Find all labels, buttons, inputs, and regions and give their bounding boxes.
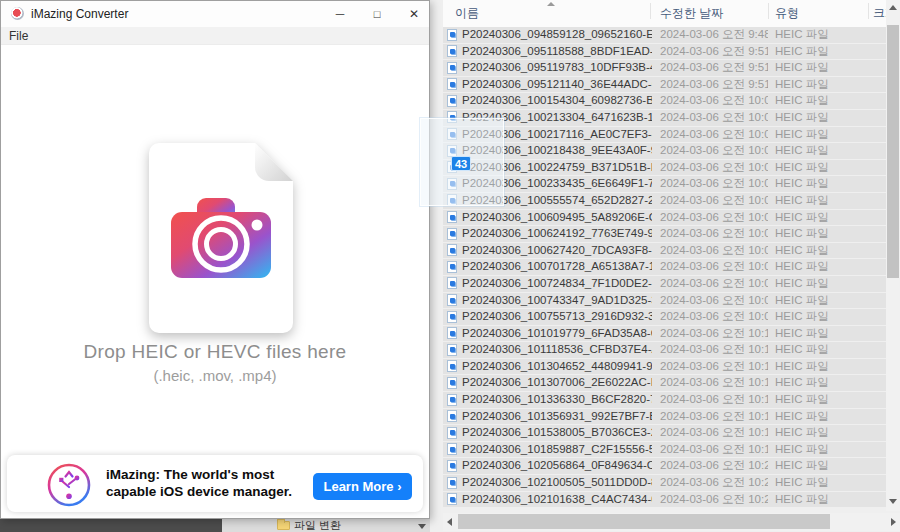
file-row[interactable]: P20240306_102100505_5011DD0D-80... 2024-… [443, 475, 886, 491]
imazing-converter-window: iMazing Converter ─ □ ✕ File [0, 0, 430, 519]
file-row[interactable]: P20240306_102101638_C4AC7434-0B... 2024-… [443, 492, 886, 508]
file-row[interactable]: P20240306_101859887_C2F15556-55... 2024-… [443, 442, 886, 458]
file-type: HEIC 파일 [775, 293, 870, 309]
heic-file-icon [447, 244, 457, 256]
file-name: P20240306_101118536_CFBD37E4-A4... [462, 342, 652, 358]
file-date-modified: 2024-03-06 오전 10:06 [660, 243, 768, 259]
file-date-modified: 2024-03-06 오전 10:11 [660, 342, 768, 358]
file-row[interactable]: P20240306_100624192_7763E749-974... 2024… [443, 226, 886, 242]
file-type: HEIC 파일 [775, 93, 870, 109]
tree-scroll-down-icon[interactable] [418, 524, 426, 529]
drop-zone[interactable]: Drop HEIC or HEVC files here (.heic, .mo… [1, 45, 429, 450]
file-row[interactable]: P20240306_101118536_CFBD37E4-A4... 2024-… [443, 342, 886, 358]
file-type: HEIC 파일 [775, 60, 870, 76]
file-row[interactable]: P20240306_100743347_9AD1D325-3A... 2024-… [443, 293, 886, 309]
file-date-modified: 2024-03-06 오전 10:13 [660, 375, 768, 391]
tree-item-file-conversion[interactable]: 파일 변환 [294, 519, 341, 532]
file-row[interactable]: P20240306_100701728_A65138A7-18... 2024-… [443, 259, 886, 275]
file-row[interactable]: P20240306_101336330_B6CF2820-7D... 2024-… [443, 392, 886, 408]
file-date-modified: 2024-03-06 오전 10:02 [660, 176, 768, 192]
file-name: P20240306_100627420_7DCA93F8-B8... [462, 243, 652, 259]
column-header-type[interactable]: 유형 [775, 5, 799, 22]
file-row[interactable]: P20240306_101538005_B7036CE3-27... 2024-… [443, 425, 886, 441]
column-divider[interactable] [768, 3, 769, 19]
file-date-modified: 2024-03-06 오전 9:51 [660, 77, 768, 93]
menu-file[interactable]: File [9, 29, 28, 43]
file-row[interactable]: P20240306_100627420_7DCA93F8-B8... 2024-… [443, 243, 886, 259]
file-date-modified: 2024-03-06 오전 10:10 [660, 326, 768, 342]
file-type: HEIC 파일 [775, 110, 870, 126]
file-date-modified: 2024-03-06 오전 10:02 [660, 160, 768, 176]
file-row[interactable]: P20240306_100555574_652D2827-25... 2024-… [443, 193, 886, 209]
file-date-modified: 2024-03-06 오전 10:07 [660, 259, 768, 275]
heic-file-icon [447, 493, 457, 505]
folder-icon [277, 521, 290, 530]
column-header-size[interactable]: 크기 [873, 5, 886, 22]
file-row[interactable]: P20240306_100217116_AE0C7EF3-893... 2024… [443, 127, 886, 143]
file-row[interactable]: P20240306_100233435_6E6649F1-7E3... 2024… [443, 176, 886, 192]
minimize-button[interactable]: ─ [325, 1, 355, 27]
file-date-modified: 2024-03-06 오전 9:51 [660, 44, 768, 60]
file-list: P20240306_094859128_09652160-EB5... 2024… [443, 27, 886, 508]
promo-headline: iMazing: The world's most capable iOS de… [106, 466, 292, 500]
file-type: HEIC 파일 [775, 27, 870, 43]
close-button[interactable]: ✕ [399, 1, 429, 27]
file-row[interactable]: P20240306_100224759_B371D51B-B5... 2024-… [443, 160, 886, 176]
file-type: HEIC 파일 [775, 143, 870, 159]
imazing-logo-icon [47, 463, 91, 507]
file-date-modified: 2024-03-06 오전 10:06 [660, 226, 768, 242]
column-header-name[interactable]: 이름 [455, 5, 479, 22]
file-row[interactable]: P20240306_100213304_6471623B-1C... 2024-… [443, 110, 886, 126]
vertical-scrollbar[interactable] [886, 0, 900, 511]
scroll-right-icon[interactable] [891, 518, 896, 526]
file-date-modified: 2024-03-06 오전 10:13 [660, 392, 768, 408]
file-name: P20240306_100609495_5A89206E-CC... [462, 210, 652, 226]
file-type: HEIC 파일 [775, 309, 870, 325]
vertical-scrollbar-thumb[interactable] [887, 25, 899, 278]
heic-file-icon [447, 377, 457, 389]
file-row[interactable]: P20240306_100154304_60982736-BA... 2024-… [443, 93, 886, 109]
learn-more-button[interactable]: Learn More › [313, 473, 412, 500]
scroll-down-icon[interactable] [889, 499, 897, 504]
file-type: HEIC 파일 [775, 77, 870, 93]
file-row[interactable]: P20240306_095118588_8BDF1EAD-8F... 2024-… [443, 44, 886, 60]
file-row[interactable]: P20240306_101304652_44809941-9B... 2024-… [443, 359, 886, 375]
file-name: P20240306_101859887_C2F15556-55... [462, 442, 652, 458]
file-row[interactable]: P20240306_102056864_0F849634-C6E... 2024… [443, 458, 886, 474]
screen: 이름 수정한 날짜 유형 크기 P20240306_094859128_0965… [0, 0, 900, 532]
file-type: HEIC 파일 [775, 425, 870, 441]
file-row[interactable]: P20240306_100755713_2916D932-35... 2024-… [443, 309, 886, 325]
promo-headline-line2: capable iOS device manager. [106, 483, 292, 500]
file-row[interactable]: P20240306_095119783_10DFF93B-45... 2024-… [443, 60, 886, 76]
file-date-modified: 2024-03-06 오전 9:48 [660, 27, 768, 43]
heic-file-icon [447, 410, 457, 422]
maximize-button[interactable]: □ [362, 1, 392, 27]
file-name: P20240306_100724834_7F1D0DE2-52... [462, 276, 652, 292]
file-type: HEIC 파일 [775, 127, 870, 143]
file-row[interactable]: P20240306_101307006_2E6022AC-DA... 2024-… [443, 375, 886, 391]
file-type: HEIC 파일 [775, 326, 870, 342]
file-row[interactable]: P20240306_100218438_9EE43A0F-9D... 2024-… [443, 143, 886, 159]
file-row[interactable]: P20240306_101019779_6FAD35A8-C9... 2024-… [443, 326, 886, 342]
heic-file-icon [447, 344, 457, 356]
scroll-up-icon[interactable] [889, 5, 897, 10]
file-row[interactable]: P20240306_100724834_7F1D0DE2-52... 2024-… [443, 276, 886, 292]
promo-headline-line1: iMazing: The world's most [106, 466, 292, 483]
heic-file-icon [447, 477, 457, 489]
heic-file-icon [447, 228, 457, 240]
file-name: P20240306_102056864_0F849634-C6E... [462, 458, 652, 474]
column-header-date-modified[interactable]: 수정한 날짜 [660, 5, 723, 22]
file-date-modified: 2024-03-06 오전 10:13 [660, 359, 768, 375]
column-divider[interactable] [868, 3, 869, 19]
scroll-left-icon[interactable] [447, 518, 452, 526]
horizontal-scrollbar[interactable] [443, 513, 900, 531]
file-row[interactable]: P20240306_095121140_36E44ADC-67... 2024-… [443, 77, 886, 93]
title-bar: iMazing Converter ─ □ ✕ [1, 1, 429, 27]
file-row[interactable]: P20240306_101356931_992E7BF7-B96... 2024… [443, 409, 886, 425]
drop-extensions: (.heic, .mov, .mp4) [1, 367, 429, 384]
horizontal-scrollbar-thumb[interactable] [458, 514, 830, 529]
file-row[interactable]: P20240306_094859128_09652160-EB5... 2024… [443, 27, 886, 43]
file-row[interactable]: P20240306_100609495_5A89206E-CC... 2024-… [443, 210, 886, 226]
column-divider[interactable] [650, 3, 651, 19]
file-name: P20240306_100624192_7763E749-974... [462, 226, 652, 242]
